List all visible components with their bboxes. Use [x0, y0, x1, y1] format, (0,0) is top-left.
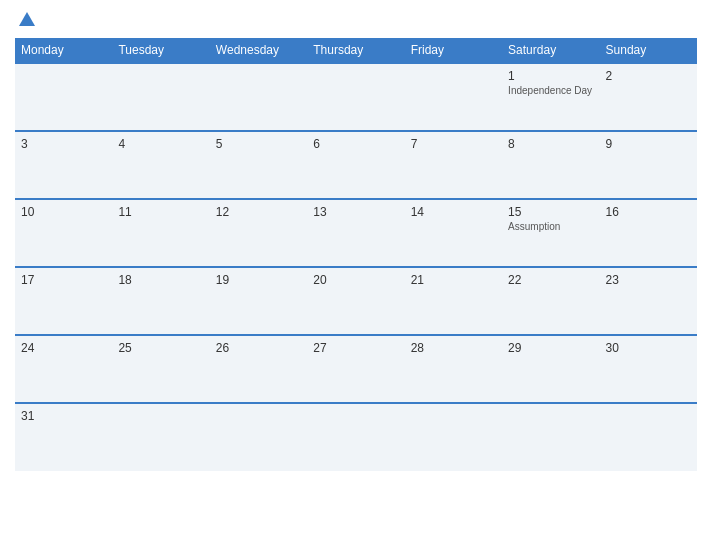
- weekday-header: Sunday: [600, 38, 697, 63]
- calendar-cell: 22: [502, 267, 599, 335]
- day-number: 15: [508, 205, 593, 219]
- day-number: 3: [21, 137, 106, 151]
- calendar-cell: 4: [112, 131, 209, 199]
- calendar-cell: 25: [112, 335, 209, 403]
- calendar-cell: [15, 63, 112, 131]
- calendar-cell: 23: [600, 267, 697, 335]
- day-number: 16: [606, 205, 691, 219]
- day-number: 21: [411, 273, 496, 287]
- calendar-cell: 20: [307, 267, 404, 335]
- calendar-cell: 26: [210, 335, 307, 403]
- weekday-header: Wednesday: [210, 38, 307, 63]
- calendar-week-row: 1Independence Day2: [15, 63, 697, 131]
- calendar-cell: [112, 63, 209, 131]
- day-number: 20: [313, 273, 398, 287]
- day-number: 27: [313, 341, 398, 355]
- day-number: 25: [118, 341, 203, 355]
- calendar-cell: 13: [307, 199, 404, 267]
- weekday-header: Friday: [405, 38, 502, 63]
- weekday-header: Thursday: [307, 38, 404, 63]
- calendar-week-row: 3456789: [15, 131, 697, 199]
- calendar-week-row: 24252627282930: [15, 335, 697, 403]
- day-number: 31: [21, 409, 106, 423]
- day-number: 23: [606, 273, 691, 287]
- calendar-cell: 7: [405, 131, 502, 199]
- calendar-cell: 18: [112, 267, 209, 335]
- svg-marker-0: [19, 12, 35, 26]
- day-number: 2: [606, 69, 691, 83]
- day-number: 24: [21, 341, 106, 355]
- calendar-cell: 30: [600, 335, 697, 403]
- calendar-week-row: 101112131415Assumption16: [15, 199, 697, 267]
- calendar-table: MondayTuesdayWednesdayThursdayFridaySatu…: [15, 38, 697, 471]
- calendar-cell: 11: [112, 199, 209, 267]
- day-number: 12: [216, 205, 301, 219]
- calendar-cell: 10: [15, 199, 112, 267]
- day-number: 1: [508, 69, 593, 83]
- calendar-body: 1Independence Day23456789101112131415Ass…: [15, 63, 697, 471]
- calendar-cell: 31: [15, 403, 112, 471]
- day-number: 5: [216, 137, 301, 151]
- day-number: 6: [313, 137, 398, 151]
- holiday-name: Independence Day: [508, 85, 593, 96]
- logo-icon: [17, 10, 37, 30]
- calendar-cell: 5: [210, 131, 307, 199]
- day-number: 19: [216, 273, 301, 287]
- calendar-cell: [112, 403, 209, 471]
- calendar-cell: 28: [405, 335, 502, 403]
- calendar-container: MondayTuesdayWednesdayThursdayFridaySatu…: [0, 0, 712, 550]
- day-number: 9: [606, 137, 691, 151]
- calendar-cell: 14: [405, 199, 502, 267]
- calendar-header-row: MondayTuesdayWednesdayThursdayFridaySatu…: [15, 38, 697, 63]
- day-number: 28: [411, 341, 496, 355]
- calendar-cell: [405, 403, 502, 471]
- calendar-cell: [210, 403, 307, 471]
- calendar-cell: [600, 403, 697, 471]
- calendar-cell: 15Assumption: [502, 199, 599, 267]
- day-number: 10: [21, 205, 106, 219]
- calendar-cell: 17: [15, 267, 112, 335]
- day-number: 11: [118, 205, 203, 219]
- calendar-header: [15, 10, 697, 30]
- calendar-cell: 2: [600, 63, 697, 131]
- day-number: 18: [118, 273, 203, 287]
- day-number: 4: [118, 137, 203, 151]
- calendar-cell: [405, 63, 502, 131]
- weekday-header: Tuesday: [112, 38, 209, 63]
- day-number: 14: [411, 205, 496, 219]
- calendar-cell: 16: [600, 199, 697, 267]
- day-number: 30: [606, 341, 691, 355]
- calendar-cell: 27: [307, 335, 404, 403]
- calendar-cell: 9: [600, 131, 697, 199]
- calendar-cell: 8: [502, 131, 599, 199]
- weekday-header: Saturday: [502, 38, 599, 63]
- calendar-cell: 1Independence Day: [502, 63, 599, 131]
- calendar-cell: 6: [307, 131, 404, 199]
- holiday-name: Assumption: [508, 221, 593, 232]
- day-number: 17: [21, 273, 106, 287]
- calendar-cell: [502, 403, 599, 471]
- day-number: 22: [508, 273, 593, 287]
- calendar-week-row: 17181920212223: [15, 267, 697, 335]
- weekday-header: Monday: [15, 38, 112, 63]
- calendar-cell: 24: [15, 335, 112, 403]
- day-number: 7: [411, 137, 496, 151]
- calendar-week-row: 31: [15, 403, 697, 471]
- calendar-cell: 12: [210, 199, 307, 267]
- calendar-cell: [210, 63, 307, 131]
- logo: [15, 10, 37, 30]
- calendar-cell: 19: [210, 267, 307, 335]
- day-number: 29: [508, 341, 593, 355]
- day-number: 26: [216, 341, 301, 355]
- day-number: 8: [508, 137, 593, 151]
- calendar-cell: 3: [15, 131, 112, 199]
- calendar-cell: [307, 403, 404, 471]
- calendar-cell: 21: [405, 267, 502, 335]
- calendar-cell: [307, 63, 404, 131]
- calendar-cell: 29: [502, 335, 599, 403]
- day-number: 13: [313, 205, 398, 219]
